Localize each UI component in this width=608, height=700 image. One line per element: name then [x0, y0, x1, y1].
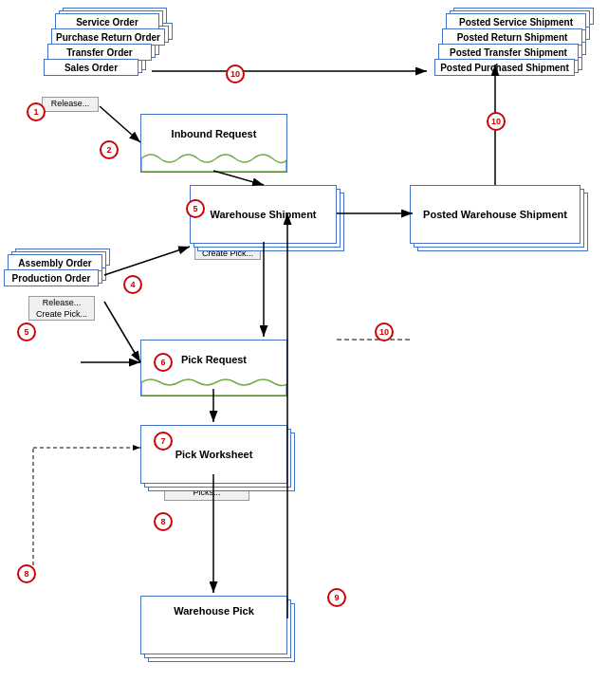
posted-return-shipment-label: Posted Return Shipment — [457, 32, 568, 43]
warehouse-pick-label: Warehouse Pick — [174, 605, 254, 617]
badge-5: 5 — [186, 199, 205, 218]
assembly-order-label: Assembly Order — [18, 258, 91, 268]
badge-13: 9 — [327, 588, 346, 607]
svg-line-2 — [100, 106, 140, 142]
badge-1: 1 — [27, 102, 46, 121]
inbound-request-box: Inbound Request — [140, 114, 287, 173]
pick-request-label: Pick Request — [181, 354, 247, 365]
badge-10: 8 — [154, 512, 173, 531]
transfer-order-label: Transfer Order — [66, 47, 132, 58]
svg-line-9 — [104, 302, 140, 362]
badge-8: 6 — [154, 353, 173, 372]
badge-7: 5 — [17, 322, 36, 341]
posted-service-shipment-label: Posted Service Shipment — [459, 17, 573, 28]
service-order-label: Service Order — [76, 17, 138, 28]
posted-warehouse-shipment-label: Posted Warehouse Shipment — [423, 209, 567, 220]
purchase-return-order-label: Purchase Return Order — [56, 32, 160, 43]
posted-purchased-shipment-label: Posted Purchased Shipment — [440, 63, 569, 73]
diagram-container: Service Order Purchase Return Order Tran… — [0, 0, 608, 700]
warehouse-shipment-label: Warehouse Shipment — [210, 209, 316, 220]
warehouse-pick-box: Warehouse Pick — [140, 596, 287, 654]
release-button[interactable]: Release... — [42, 97, 99, 112]
badge-9: 7 — [154, 432, 173, 451]
badge-6: 4 — [123, 275, 142, 294]
svg-line-7 — [104, 247, 190, 275]
production-order-label: Production Order — [12, 273, 91, 284]
pick-worksheet-label: Pick Worksheet — [175, 449, 253, 460]
badge-3: 10 — [226, 64, 245, 83]
badge-4: 10 — [487, 112, 506, 131]
badge-11: 8 — [17, 564, 36, 583]
sales-order-label: Sales Order — [64, 63, 118, 73]
svg-line-4 — [213, 171, 264, 185]
badge-2: 2 — [100, 140, 119, 159]
warehouse-shipment-box: Warehouse Shipment — [190, 185, 337, 244]
release-create-pick-button-2[interactable]: Release... Create Pick... — [28, 296, 95, 321]
inbound-request-label: Inbound Request — [172, 128, 257, 139]
posted-warehouse-shipment-box: Posted Warehouse Shipment — [410, 185, 580, 244]
posted-transfer-shipment-label: Posted Transfer Shipment — [450, 47, 567, 58]
badge-12: 10 — [375, 322, 394, 341]
